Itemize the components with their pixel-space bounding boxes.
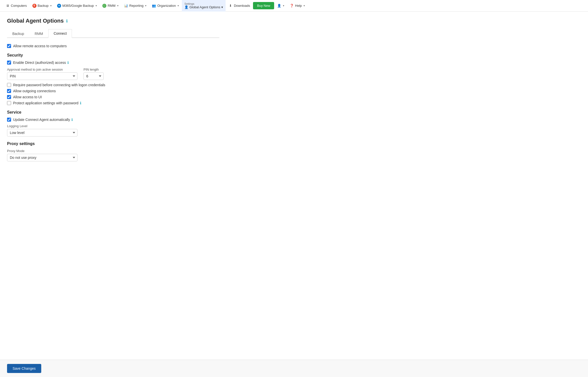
logging-level-select[interactable]: Low level Medium level High level [7,129,77,136]
nav-settings[interactable]: Settings 👤 Global Agent Options ▾ [182,0,226,12]
proxy-mode-select[interactable]: Do not use proxy Auto detect Manual [7,154,77,161]
security-section-title: Security [7,53,219,58]
tab-backup[interactable]: Backup [7,29,29,38]
tab-connect[interactable]: Connect [48,29,72,38]
pin-length-select[interactable]: 4 6 8 [83,72,104,80]
nav-help[interactable]: ❓ Help ▾ [287,0,307,12]
org-icon: 👥 [152,4,156,8]
update-agent-checkbox[interactable] [7,118,11,122]
logging-level-group: Logging Level Low level Medium level Hig… [7,124,219,136]
require-password-row: Require password before connecting with … [7,83,219,87]
nav-computers[interactable]: 🖥 Computers [3,0,29,12]
nav-m365[interactable]: ✉ M365/Google Backup ▾ [55,0,99,12]
proxy-section-title: Proxy settings [7,142,219,146]
m365-icon: ✉ [57,4,61,8]
pin-length-label: PIN length [83,68,104,71]
pin-length-group: PIN length 4 6 8 [83,68,104,80]
nav-organization[interactable]: 👥 Organization ▾ [149,0,181,12]
chevron-down-icon: ▾ [50,4,52,7]
nav-backup[interactable]: B Backup ▾ [30,0,54,12]
nav-user[interactable]: 👤 ▾ [275,0,287,12]
user-icon: 👤 [277,4,281,8]
nav-rmm[interactable]: ⬡ RMM ▾ [100,0,121,12]
proxy-mode-label: Proxy Mode [7,149,219,153]
protect-settings-checkbox[interactable] [7,101,11,105]
require-password-label[interactable]: Require password before connecting with … [13,83,105,87]
approval-method-group: Approval method to join active session P… [7,68,77,80]
allow-access-ui-checkbox[interactable] [7,95,11,99]
page-title: Global Agent Options [7,18,64,24]
chevron-down-icon: ▾ [221,5,223,9]
service-section-title: Service [7,110,219,115]
proxy-mode-group: Proxy Mode Do not use proxy Auto detect … [7,149,219,161]
navbar: 🖥 Computers B Backup ▾ ✉ M365/Google Bac… [0,0,588,12]
allow-remote-checkbox[interactable] [7,44,11,48]
allow-remote-label[interactable]: Allow remote access to computers [13,44,67,48]
backup-icon: B [32,4,36,8]
allow-access-ui-label[interactable]: Allow access to UI [13,95,42,99]
tab-rmm[interactable]: RMM [29,29,48,38]
chevron-down-icon: ▾ [145,4,146,7]
chevron-down-icon: ▾ [283,4,284,7]
page-title-row: Global Agent Options ℹ [7,18,219,24]
chevron-down-icon: ▾ [178,4,179,7]
protect-settings-label[interactable]: Protect application settings with passwo… [13,101,81,105]
enable-direct-checkbox[interactable] [7,61,11,65]
update-agent-row: Update Connect Agent automatically ℹ [7,118,219,122]
chevron-down-icon: ▾ [96,4,97,7]
bar-chart-icon: 📊 [124,4,128,8]
help-icon: ❓ [290,4,294,8]
allow-outgoing-checkbox[interactable] [7,89,11,93]
protect-settings-info-icon[interactable]: ℹ [80,101,81,105]
require-password-checkbox[interactable] [7,83,11,87]
logging-level-label: Logging Level [7,124,219,128]
rmm-icon: ⬡ [102,4,106,8]
chevron-down-icon: ▾ [304,4,305,7]
chevron-down-icon: ▾ [117,4,118,7]
download-icon: ⬇ [229,4,233,8]
tab-bar: Backup RMM Connect [7,29,219,38]
enable-direct-label[interactable]: Enable Direct (authorized) access ℹ [13,61,69,65]
approval-method-label: Approval method to join active session [7,68,77,71]
approval-method-select[interactable]: PIN Any user Locked screen only [7,72,77,80]
allow-remote-row: Allow remote access to computers [7,44,219,48]
buy-new-button[interactable]: Buy New [253,2,274,9]
nav-downloads[interactable]: ⬇ Downloads [226,0,253,12]
update-agent-label[interactable]: Update Connect Agent automatically ℹ [13,118,73,122]
nav-reporting[interactable]: 📊 Reporting ▾ [121,0,149,12]
approval-pin-row: Approval method to join active session P… [7,68,219,80]
protect-settings-row: Protect application settings with passwo… [7,101,219,105]
monitor-icon: 🖥 [6,4,10,8]
enable-direct-info-icon[interactable]: ℹ [67,61,69,65]
allow-outgoing-label[interactable]: Allow outgoing connections [13,89,56,93]
enable-direct-row: Enable Direct (authorized) access ℹ [7,61,219,65]
update-agent-info-icon[interactable]: ℹ [71,118,73,122]
page-info-icon[interactable]: ℹ [66,19,68,23]
allow-outgoing-row: Allow outgoing connections [7,89,219,93]
allow-access-ui-row: Allow access to UI [7,95,219,99]
settings-icon: 👤 [184,5,188,9]
page-content: Global Agent Options ℹ Backup RMM Connec… [0,12,226,189]
